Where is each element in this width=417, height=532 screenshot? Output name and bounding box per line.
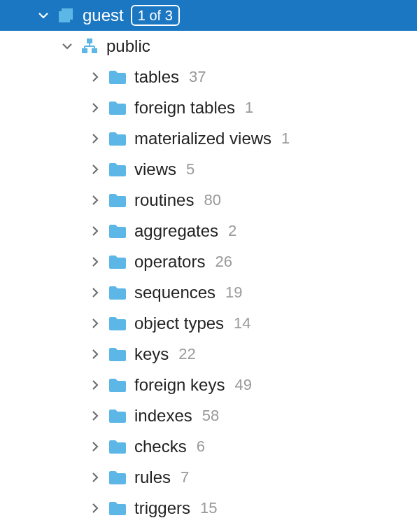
folder-label: object types [134,314,224,333]
folder-icon [108,160,127,179]
schema-label: public [106,36,150,56]
tree-folder-row[interactable]: operators26 [0,246,417,277]
folder-icon [108,283,127,302]
tree-folder-row[interactable]: sequences19 [0,277,417,308]
tree-folder-row[interactable]: foreign keys49 [0,370,417,400]
folder-count: 26 [215,253,232,271]
folder-icon [108,252,127,272]
folder-label: operator classes [134,529,257,532]
tree-folder-row[interactable]: keys22 [0,339,417,370]
tree-folder-row[interactable]: routines80 [0,185,417,216]
folder-count: 14 [234,314,250,332]
folder-icon [108,314,127,333]
folder-label: foreign keys [134,375,225,395]
folder-icon [108,344,127,364]
folder-count: 37 [189,68,206,86]
tree-folder-row[interactable]: foreign tables1 [0,92,417,123]
chevron-right-icon[interactable] [88,472,102,483]
schema-count-badge: 1 of 3 [131,5,180,26]
chevron-right-icon[interactable] [88,379,102,391]
tree-folder-row[interactable]: rules7 [0,462,417,493]
svg-rect-3 [87,38,92,43]
tree-folder-row[interactable]: tables37 [0,62,417,92]
folder-label: keys [134,344,169,364]
chevron-right-icon[interactable] [88,133,102,144]
database-label: guest [83,6,124,25]
folder-icon [108,221,127,241]
folder-count: 19 [225,284,242,302]
folder-label: rules [134,468,171,487]
folder-label: aggregates [134,221,218,241]
folder-label: materialized views [134,129,271,148]
folder-icon [108,375,127,395]
folder-count: 1 [281,130,290,148]
folder-icon [108,498,127,518]
folder-label: foreign tables [134,98,235,118]
folder-icon [108,468,127,487]
chevron-right-icon[interactable] [88,71,102,83]
folder-icon [108,437,127,456]
tree-folder-row[interactable]: operator classes4 [0,524,417,532]
folder-count: 2 [228,222,236,240]
tree-schema-row[interactable]: public [0,31,417,62]
folder-count: 1 [245,99,253,117]
folder-icon [108,129,127,148]
tree-folder-row[interactable]: aggregates2 [0,216,417,246]
folder-count: 6 [197,438,205,456]
folder-label: tables [134,67,179,87]
folder-count: 22 [178,345,195,363]
chevron-right-icon[interactable] [88,225,102,237]
chevron-right-icon[interactable] [88,503,102,514]
tree-folder-row[interactable]: materialized views1 [0,123,417,154]
folder-label: triggers [134,498,190,518]
folder-count: 80 [204,191,220,209]
folder-label: operators [134,252,205,272]
svg-rect-4 [82,48,87,53]
folder-label: indexes [134,406,192,426]
chevron-down-icon[interactable] [60,41,74,52]
tree-folder-row[interactable]: object types14 [0,308,417,339]
chevron-right-icon[interactable] [88,410,102,421]
tree-folder-row[interactable]: triggers15 [0,493,417,524]
chevron-right-icon[interactable] [88,349,102,360]
schema-icon [80,36,99,56]
folder-icon [108,67,127,87]
database-icon [56,6,76,25]
chevron-right-icon[interactable] [88,164,102,175]
folder-count: 58 [202,407,219,425]
folder-label: views [134,160,176,179]
chevron-right-icon[interactable] [88,256,102,267]
chevron-right-icon[interactable] [88,102,102,113]
folder-count: 49 [234,376,251,394]
chevron-right-icon[interactable] [88,195,102,206]
folder-label: routines [134,190,194,210]
tree-folder-row[interactable]: views5 [0,154,417,185]
folder-label: sequences [134,283,215,302]
tree-folder-row[interactable]: indexes58 [0,400,417,431]
folder-icon [108,190,127,210]
chevron-right-icon[interactable] [88,441,102,452]
folder-count: 7 [181,468,189,486]
folder-icon [108,98,127,118]
chevron-right-icon[interactable] [88,318,102,329]
svg-rect-5 [92,48,97,53]
chevron-right-icon[interactable] [88,287,102,298]
folder-count: 5 [186,160,195,178]
folder-count: 15 [200,499,217,517]
folder-label: checks [134,437,187,456]
chevron-down-icon[interactable] [36,10,50,21]
svg-rect-2 [59,11,70,22]
folder-icon [108,406,127,426]
folder-icon [108,529,127,532]
tree-folder-row[interactable]: checks6 [0,431,417,462]
tree-root-row[interactable]: guest 1 of 3 [0,0,417,31]
